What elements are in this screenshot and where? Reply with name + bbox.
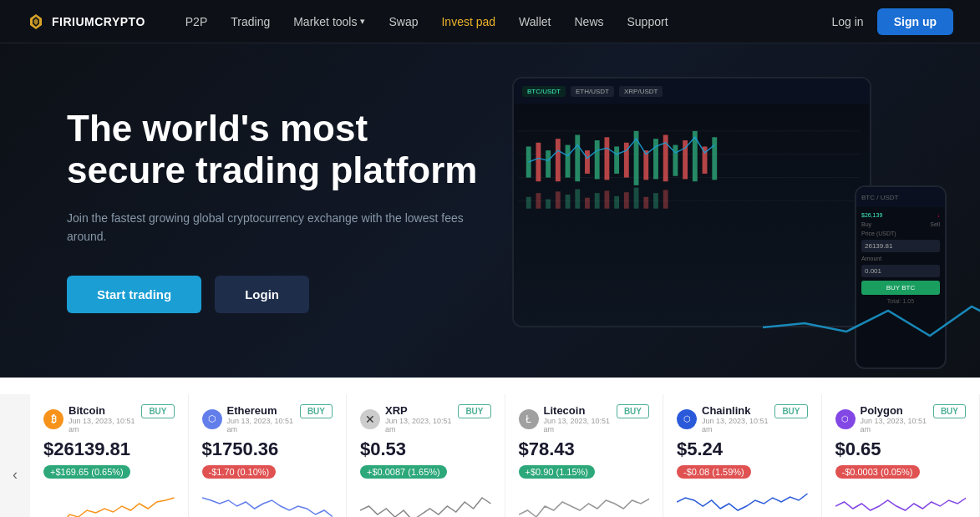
hero-section: The world's most secure trading platform… bbox=[0, 43, 980, 378]
svg-rect-8 bbox=[536, 143, 541, 181]
svg-rect-36 bbox=[614, 196, 619, 209]
coin-chart bbox=[835, 485, 967, 517]
nav-trading[interactable]: Trading bbox=[231, 15, 270, 28]
coin-change: +$169.65 (0.65%) bbox=[43, 465, 130, 479]
ticker-card-header: Ł Litecoin Jun 13, 2023, 10:51 am BUY bbox=[519, 404, 650, 433]
nav-links: P2P Trading Market tools ▾ Swap Invest p… bbox=[185, 15, 832, 28]
signup-button[interactable]: Sign up bbox=[877, 8, 953, 35]
svg-rect-7 bbox=[526, 146, 531, 177]
ticker-card-polygon: ⬡ Polygon Jun 13, 2023, 10:51 am BUY $0.… bbox=[822, 394, 981, 517]
ticker-card-bitcoin: ₿ Bitcoin Jun 13, 2023, 10:51 am BUY $26… bbox=[30, 394, 189, 517]
start-trading-button[interactable]: Start trading bbox=[67, 276, 201, 313]
coin-price: $1750.36 bbox=[202, 438, 333, 460]
coin-price: $26139.81 bbox=[43, 438, 175, 460]
coin-name: Litecoin bbox=[544, 404, 617, 417]
hero-subtitle: Join the fastest growing global cryptocu… bbox=[67, 209, 485, 246]
svg-rect-39 bbox=[643, 197, 648, 209]
svg-rect-9 bbox=[546, 150, 551, 178]
nav-wallet[interactable]: Wallet bbox=[519, 15, 551, 28]
ticker-card-xrp: ✕ XRP Jun 13, 2023, 10:51 am BUY $0.53 +… bbox=[347, 394, 505, 517]
coin-icon: ⬡ bbox=[202, 409, 222, 429]
svg-rect-22 bbox=[673, 145, 678, 176]
ticker-section: ‹ ₿ Bitcoin Jun 13, 2023, 10:51 am BUY $… bbox=[0, 378, 980, 517]
coin-info: ⬡ Ethereum Jun 13, 2023, 10:51 am bbox=[202, 404, 300, 433]
buy-button[interactable]: BUY bbox=[617, 404, 649, 418]
nav-support[interactable]: Support bbox=[627, 15, 668, 28]
hero-buttons: Start trading Login bbox=[67, 276, 485, 313]
coin-price: $5.24 bbox=[677, 438, 808, 460]
svg-rect-21 bbox=[663, 135, 668, 182]
coin-change: -$0.0003 (0.05%) bbox=[835, 465, 920, 479]
svg-rect-10 bbox=[556, 139, 561, 181]
svg-rect-28 bbox=[536, 193, 541, 209]
coin-price: $0.65 bbox=[835, 438, 967, 460]
coin-info: ⬡ Chainlink Jun 13, 2023, 10:51 am bbox=[677, 404, 774, 433]
coin-name: Bitcoin bbox=[69, 404, 141, 417]
buy-button[interactable]: BUY bbox=[933, 404, 966, 418]
buy-button[interactable]: BUY bbox=[458, 404, 490, 418]
svg-rect-15 bbox=[604, 137, 609, 180]
hero-image: BTC/USDT ETH/USDT XRP/USDT bbox=[512, 77, 947, 361]
svg-rect-11 bbox=[566, 145, 571, 178]
chevron-down-icon: ▾ bbox=[360, 16, 365, 27]
chevron-left-icon: ‹ bbox=[13, 466, 18, 484]
buy-button[interactable]: BUY bbox=[774, 404, 807, 418]
nav-news[interactable]: News bbox=[574, 15, 603, 28]
coin-change: -$1.70 (0.10%) bbox=[202, 465, 277, 479]
svg-rect-16 bbox=[614, 146, 619, 174]
coin-chart bbox=[360, 485, 491, 517]
ticker-card-header: ⬡ Chainlink Jun 13, 2023, 10:51 am BUY bbox=[677, 404, 808, 433]
nav-market-tools[interactable]: Market tools ▾ bbox=[293, 15, 365, 28]
nav-invest-pad[interactable]: Invest pad bbox=[441, 15, 495, 28]
coin-info: ✕ XRP Jun 13, 2023, 10:51 am bbox=[360, 404, 458, 433]
coin-icon: ₿ bbox=[43, 409, 63, 429]
coin-info: Ł Litecoin Jun 13, 2023, 10:51 am bbox=[519, 404, 617, 433]
coin-chart bbox=[519, 485, 650, 517]
coin-date: Jun 13, 2023, 10:51 am bbox=[69, 417, 141, 433]
coin-change: +$0.0087 (1.65%) bbox=[360, 465, 447, 479]
coin-date: Jun 13, 2023, 10:51 am bbox=[385, 417, 458, 433]
ticker-card-header: ⬡ Ethereum Jun 13, 2023, 10:51 am BUY bbox=[202, 404, 333, 433]
ticker-card-header: ✕ XRP Jun 13, 2023, 10:51 am BUY bbox=[360, 404, 491, 433]
ticker-container: ‹ ₿ Bitcoin Jun 13, 2023, 10:51 am BUY $… bbox=[0, 394, 980, 517]
coin-info: ⬡ Polygon Jun 13, 2023, 10:51 am bbox=[835, 404, 933, 433]
coin-name: Chainlink bbox=[702, 404, 774, 417]
svg-rect-20 bbox=[653, 139, 658, 179]
svg-rect-37 bbox=[624, 192, 629, 209]
svg-rect-14 bbox=[595, 140, 600, 179]
coin-icon: ⬡ bbox=[677, 409, 697, 429]
login-hero-button[interactable]: Login bbox=[215, 276, 309, 313]
coin-price: $0.53 bbox=[360, 438, 491, 460]
svg-rect-34 bbox=[595, 193, 600, 209]
ticker-cards: ₿ Bitcoin Jun 13, 2023, 10:51 am BUY $26… bbox=[30, 394, 980, 517]
svg-rect-12 bbox=[575, 135, 580, 182]
coin-date: Jun 13, 2023, 10:51 am bbox=[861, 417, 933, 433]
coin-change: -$0.08 (1.59%) bbox=[677, 465, 751, 479]
coin-icon: Ł bbox=[519, 409, 539, 429]
ticker-prev-button[interactable]: ‹ bbox=[0, 394, 30, 517]
login-button[interactable]: Log in bbox=[832, 15, 864, 28]
logo[interactable]: FIRIUMCRYPTO bbox=[27, 13, 145, 31]
coin-date: Jun 13, 2023, 10:51 am bbox=[544, 417, 617, 433]
nav-actions: Log in Sign up bbox=[832, 8, 953, 35]
coin-name: Ethereum bbox=[227, 404, 300, 417]
coin-name: XRP bbox=[385, 404, 458, 417]
buy-button[interactable]: BUY bbox=[141, 404, 174, 418]
coin-date: Jun 13, 2023, 10:51 am bbox=[227, 417, 300, 433]
svg-rect-35 bbox=[604, 190, 609, 208]
nav-p2p[interactable]: P2P bbox=[185, 15, 207, 28]
coin-chart bbox=[677, 485, 808, 517]
svg-rect-40 bbox=[653, 193, 658, 209]
coin-change: +$0.90 (1.15%) bbox=[519, 465, 596, 479]
svg-rect-41 bbox=[663, 190, 668, 208]
coin-chart bbox=[43, 485, 175, 517]
svg-rect-33 bbox=[585, 198, 590, 209]
coin-chart bbox=[202, 485, 333, 517]
svg-rect-29 bbox=[546, 200, 551, 209]
nav-swap[interactable]: Swap bbox=[388, 15, 418, 28]
coin-icon: ✕ bbox=[360, 409, 380, 429]
ticker-card-litecoin: Ł Litecoin Jun 13, 2023, 10:51 am BUY $7… bbox=[505, 394, 664, 517]
ticker-card-ethereum: ⬡ Ethereum Jun 13, 2023, 10:51 am BUY $1… bbox=[189, 394, 348, 517]
coin-date: Jun 13, 2023, 10:51 am bbox=[702, 417, 774, 433]
buy-button[interactable]: BUY bbox=[300, 404, 333, 418]
